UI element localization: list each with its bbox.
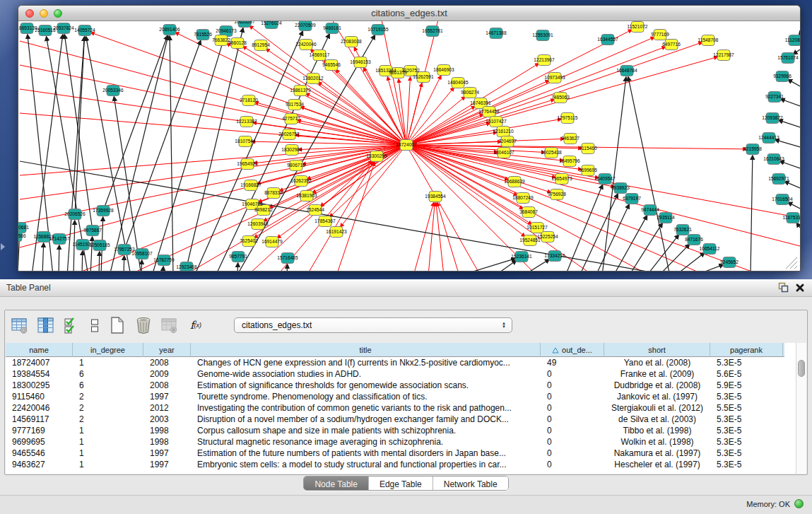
network-edge <box>796 223 800 228</box>
node-label: 8912954 <box>252 42 270 47</box>
table-settings-icon[interactable] <box>11 316 29 334</box>
network-edge <box>141 260 142 271</box>
memory-status-indicator[interactable] <box>794 499 804 508</box>
table-cell: 2008 <box>143 380 191 391</box>
network-edge <box>779 161 800 168</box>
network-edge <box>406 37 654 145</box>
function-builder-icon[interactable]: f(x) <box>187 316 205 334</box>
network-edge <box>75 37 85 214</box>
scrollbar-thumb[interactable] <box>798 360 805 377</box>
table-cell: 0 <box>541 414 604 425</box>
table-row[interactable]: 946362711997Embryonic stem cells: a mode… <box>6 459 784 470</box>
table-cell: 5.3E-5 <box>710 448 783 459</box>
column-header-pagerank[interactable]: pagerank <box>710 343 783 357</box>
table-cell: 1 <box>73 436 143 448</box>
table-cell: 0 <box>541 391 604 402</box>
select-rows-icon[interactable] <box>63 316 81 334</box>
node-label: 9115460 <box>579 146 597 151</box>
network-edge <box>336 163 375 271</box>
table-cell: Changes of HCN gene expression and I(f) … <box>191 357 541 368</box>
table-cell: 5.6E-5 <box>710 368 783 380</box>
table-row[interactable]: 1872400712008Changes of HCN gene express… <box>6 357 784 368</box>
table-cell: Hescheler et al. (1997) <box>604 459 710 470</box>
node-label: 11675318 <box>783 215 800 220</box>
table-cell: 0 <box>541 380 604 391</box>
table-row[interactable]: 1938455462009Genome-wide association stu… <box>6 368 784 380</box>
delete-icon[interactable] <box>134 316 153 334</box>
network-edge <box>406 145 542 233</box>
tab-edge-table[interactable]: Edge Table <box>369 477 433 491</box>
table-row[interactable]: 1456911722003Disruption of a novel membe… <box>6 414 784 425</box>
select-column-icon[interactable] <box>37 316 55 334</box>
network-canvas[interactable]: 1872400718300295193845541865313925160518… <box>18 21 800 271</box>
table-panel-header: Table Panel <box>0 279 812 297</box>
table-cell: 6 <box>73 368 143 380</box>
column-header-in_degree[interactable]: in_degree <box>73 343 143 357</box>
network-edge <box>307 162 373 271</box>
network-edge <box>82 251 83 271</box>
table-cell: 9115460 <box>6 391 73 402</box>
node-label: 12213387 <box>236 119 257 124</box>
resize-grip-icon[interactable] <box>786 257 797 269</box>
table-row[interactable]: 977716911998Corpus callosum shape and si… <box>6 425 784 436</box>
column-header-name[interactable]: name <box>6 343 73 357</box>
float-panel-icon[interactable] <box>778 282 789 296</box>
node-label: 16914479 <box>261 239 283 244</box>
column-header-title[interactable]: title <box>191 343 541 357</box>
table-row[interactable]: 1830029562008Estimation of significance … <box>6 380 784 391</box>
node-label: 18646903 <box>433 67 454 72</box>
close-panel-icon[interactable] <box>795 283 805 296</box>
table-cell: 1998 <box>143 436 191 448</box>
node-label: 12444413 <box>758 135 779 140</box>
tab-network-table[interactable]: Network Table <box>433 477 508 491</box>
node-label: 12093872 <box>762 115 783 120</box>
network-edge <box>779 120 800 127</box>
table-cell: 49 <box>541 357 604 368</box>
network-edge <box>436 203 444 271</box>
network-window: citations_edges.txt 18724007183002951938… <box>18 5 801 271</box>
table-selector-dropdown[interactable]: citations_edges.txt ▲▼ <box>234 317 512 333</box>
column-header-out_de[interactable]: out_de... <box>541 343 604 357</box>
node-label: 9463627 <box>561 136 579 141</box>
table-row[interactable]: 969969511998Structural magnetic resonanc… <box>6 436 784 448</box>
node-label: 16262392 <box>290 178 312 183</box>
node-label: 16746391 <box>470 100 491 105</box>
network-edge <box>187 28 243 267</box>
node-label: 22420046 <box>295 42 317 47</box>
node-label: 20026752 <box>278 132 300 136</box>
node-label: 12603948 <box>247 221 269 226</box>
table-selector-value: citations_edges.txt <box>242 320 498 330</box>
table-row[interactable]: 2242004622012Investigating the contribut… <box>6 402 784 414</box>
vertical-scrollbar[interactable] <box>796 343 806 474</box>
table-cell: 2 <box>73 402 143 414</box>
network-edge <box>596 204 629 271</box>
panel-collapse-handle[interactable] <box>1 243 5 250</box>
network-edge <box>42 243 44 271</box>
node-label: 16191423 <box>326 229 347 234</box>
delete-table-icon <box>160 316 179 334</box>
node-label: 13861379 <box>290 88 311 93</box>
table-cell: Dudbridge et al. (2008) <box>604 380 710 391</box>
table-cell: 1997 <box>143 459 191 470</box>
column-header-short[interactable]: short <box>604 343 710 357</box>
tab-node-table[interactable]: Node Table <box>304 477 369 491</box>
table-cell: Genome-wide association studies in ADHD. <box>191 368 541 380</box>
node-label: 12553091 <box>532 33 553 37</box>
network-window-titlebar[interactable]: citations_edges.txt <box>18 6 800 21</box>
table-row[interactable]: 946554611997Estimation of the future num… <box>6 448 784 459</box>
node-label: 11548708 <box>698 37 719 42</box>
node-label: 9227341 <box>765 94 784 99</box>
network-edge <box>287 264 288 271</box>
node-label: 18300295 <box>366 153 387 158</box>
table-cell: 5.3E-5 <box>710 414 783 425</box>
column-header-year[interactable]: year <box>143 343 191 357</box>
node-label: 10958107 <box>131 251 153 256</box>
node-label: 9756928 <box>548 192 566 197</box>
node-label: 12161210 <box>493 129 514 134</box>
new-document-icon[interactable] <box>108 316 126 334</box>
table-row[interactable]: 911546021997Tourette syndrome. Phenomeno… <box>6 391 784 402</box>
table-cell: Corpus callosum shape and size in male p… <box>191 425 541 436</box>
node-label: 15276024 <box>261 21 282 25</box>
row-height-icon[interactable] <box>89 316 100 334</box>
node-label: 11521072 <box>628 24 648 29</box>
